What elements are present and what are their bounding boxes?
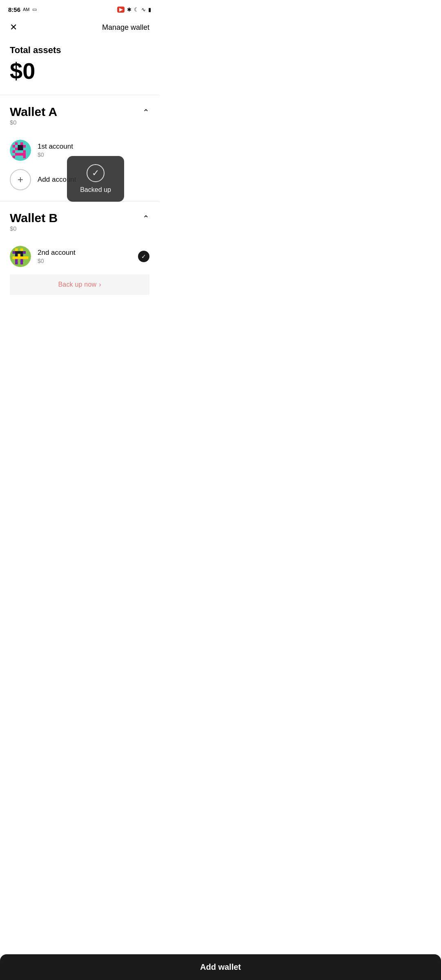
status-time: 8:56 [8,6,20,13]
total-assets-label: Total assets [10,45,149,56]
account-2-name: 2nd account [38,249,138,257]
account-1-wrapper: 1st account $0 ✓ Backed up [10,136,149,165]
svg-rect-23 [20,259,23,265]
svg-rect-22 [15,259,18,265]
wallet-b-name: Wallet B [10,211,58,225]
status-icons: ▶ ✱ ☾ ∿ ▮ [117,7,151,13]
manage-wallet-button[interactable]: Manage wallet [102,23,149,32]
svg-rect-15 [15,249,18,252]
recording-icon: ▶ [117,7,125,13]
account-2-item[interactable]: 2nd account $0 ✓ [10,242,149,271]
svg-rect-6 [15,148,18,151]
wallet-a-header[interactable]: Wallet A $0 ⌃ [10,105,149,134]
svg-rect-8 [18,145,23,150]
wallet-b-section: Wallet B $0 ⌃ 2n [0,201,159,301]
wallet-a-chevron-icon: ⌃ [143,107,149,117]
account-1-name: 1st account [38,143,149,151]
svg-rect-13 [23,156,26,158]
svg-rect-9 [13,150,16,153]
svg-rect-18 [23,251,26,254]
bluetooth-icon: ✱ [127,7,131,13]
wallet-b-balance: $0 [10,225,58,232]
total-assets-section: Total assets $0 [0,37,159,95]
svg-rect-26 [23,262,26,265]
close-icon: ✕ [10,22,17,32]
backup-now-banner[interactable]: Back up now › [10,274,149,295]
svg-rect-12 [13,156,16,158]
battery-icon: ▮ [148,7,151,13]
svg-rect-3 [20,143,23,145]
svg-rect-4 [13,145,16,148]
wallet-a-section: Wallet A $0 ⌃ [0,95,159,201]
moon-icon: ☾ [134,7,139,13]
nav-bar: ✕ Manage wallet [0,18,159,37]
svg-rect-2 [18,143,21,145]
account-1-avatar [10,140,31,161]
svg-rect-10 [23,150,26,153]
svg-rect-21 [13,256,29,259]
wallet-a-name: Wallet A [10,105,57,119]
close-button[interactable]: ✕ [10,23,17,32]
wallet-a-balance: $0 [10,119,57,126]
svg-rect-16 [20,249,23,252]
svg-rect-24 [18,259,21,262]
add-account-icon: + [10,169,31,190]
status-am-pm: AM [23,7,30,12]
backed-up-tooltip: ✓ Backed up [67,156,124,202]
total-assets-amount: $0 [10,60,149,82]
account-2-selected-icon: ✓ [138,251,149,262]
svg-rect-1 [15,143,18,145]
backup-arrow-icon: › [99,281,101,288]
account-2-info: 2nd account $0 [38,249,138,264]
wifi-icon: ∿ [141,7,146,13]
backed-up-check-icon: ✓ [87,164,105,182]
plus-icon: + [18,175,23,185]
video-icon: ▭ [32,7,37,12]
svg-rect-17 [13,251,16,254]
backed-up-label: Backed up [80,186,111,194]
account-2-avatar [10,246,31,267]
backup-now-text: Back up now [58,281,96,288]
wallet-b-header[interactable]: Wallet B $0 ⌃ [10,211,149,240]
svg-rect-5 [23,145,26,148]
svg-rect-25 [13,262,16,265]
account-2-balance: $0 [38,258,138,264]
wallet-b-chevron-icon: ⌃ [143,214,149,223]
status-bar: 8:56 AM ▭ ▶ ✱ ☾ ∿ ▮ [0,0,159,18]
svg-rect-20 [18,254,21,257]
svg-rect-11 [15,153,26,156]
